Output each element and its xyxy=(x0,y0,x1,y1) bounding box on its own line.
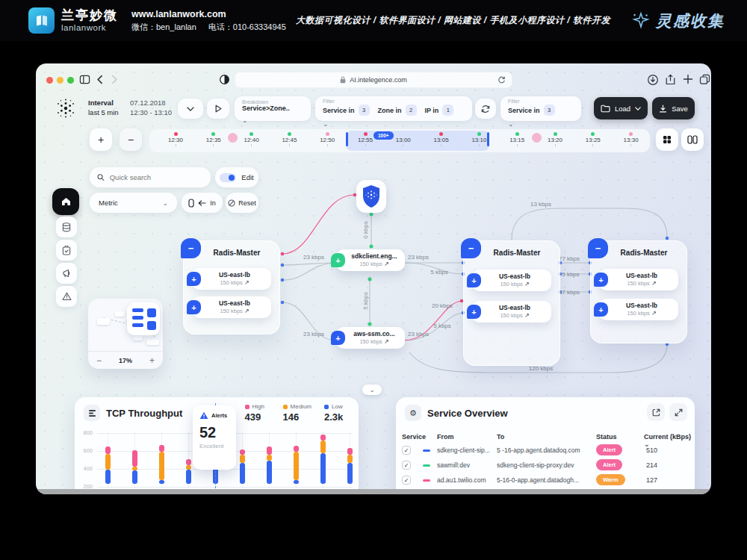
table-row[interactable]: ✓sdkeng-client-sip...5 -16-app.agent.dat… xyxy=(396,444,695,458)
save-button[interactable]: Save xyxy=(652,97,695,119)
reload-icon[interactable] xyxy=(498,75,506,84)
topology-group[interactable]: − Radis-Master +US-east-lb150 kbps ↗+US-… xyxy=(183,240,280,335)
expand-node-badge[interactable]: + xyxy=(467,273,481,287)
bar-segment-high[interactable] xyxy=(132,450,137,467)
bar-segment-low[interactable] xyxy=(186,470,191,485)
topology-group[interactable]: − Radis-Master +US-east-lb150 kbps ↗+US-… xyxy=(463,240,560,366)
collapse-group-badge[interactable]: − xyxy=(181,238,201,258)
bar-segment-high[interactable] xyxy=(240,449,245,455)
refresh-button[interactable] xyxy=(475,99,496,119)
timeline-tick[interactable]: 12:50 xyxy=(314,132,341,146)
breakdown-dropdown[interactable]: Breakdown Service>Zone.. ⌄ xyxy=(235,96,311,121)
bar-segment-medium[interactable] xyxy=(105,454,111,470)
forward-icon[interactable] xyxy=(109,75,119,84)
minimap[interactable]: − 17% + xyxy=(88,299,163,369)
bar-segment-medium[interactable] xyxy=(347,455,353,463)
filter-item[interactable]: Service in3 xyxy=(508,105,555,116)
expand-node-badge[interactable]: + xyxy=(594,302,608,317)
topology-group[interactable]: − Radis-Master +US-east-lb150 kbps ↗+US-… xyxy=(590,240,687,343)
back-icon[interactable] xyxy=(96,75,105,84)
group-node-card[interactable]: +US-east-lb150 kbps ↗ xyxy=(472,270,551,291)
window-minimize-button[interactable] xyxy=(57,77,63,84)
zoom-in-button[interactable]: + xyxy=(90,128,112,151)
collapse-group-badge[interactable]: − xyxy=(461,238,481,258)
service-node[interactable]: + sdkclient.eng... 150 kbps ↗ xyxy=(336,249,405,271)
grid-view-button[interactable] xyxy=(656,128,678,151)
timeline-tick[interactable]: 12:35 xyxy=(200,132,227,146)
sidebar-toggle-icon[interactable] xyxy=(79,74,90,85)
group-node-card[interactable]: +US-east-lb150 kbps ↗ xyxy=(472,301,551,323)
traffic-in-button[interactable]: In xyxy=(182,193,223,213)
table-row[interactable]: ✓sawmill:devsdkeng-client-sip-proxy:devA… xyxy=(396,458,695,473)
new-tab-icon[interactable] xyxy=(683,74,693,84)
row-checkbox[interactable]: ✓ xyxy=(402,461,411,470)
row-checkbox[interactable]: ✓ xyxy=(402,476,411,485)
bar-segment-high[interactable] xyxy=(159,445,164,452)
edit-toggle[interactable]: Edit xyxy=(215,167,258,187)
sidebar-item-announcements[interactable] xyxy=(56,263,77,284)
bar-segment-high[interactable] xyxy=(347,448,353,455)
downloads-icon[interactable] xyxy=(647,74,659,86)
bar-segment-medium[interactable] xyxy=(294,452,299,480)
bar-segment-high[interactable] xyxy=(267,447,272,455)
group-node-card[interactable]: +US-east-lb150 kbps ↗ xyxy=(599,269,678,290)
bar-segment-medium[interactable] xyxy=(240,455,245,463)
bar-segment-high[interactable] xyxy=(294,446,299,452)
quick-search[interactable] xyxy=(90,167,211,187)
bar-segment-medium[interactable] xyxy=(159,452,164,480)
expand-node-badge[interactable]: + xyxy=(594,273,608,287)
window-zoom-button[interactable] xyxy=(67,77,74,84)
bar-segment-low[interactable] xyxy=(240,463,245,484)
bar-segment-high[interactable] xyxy=(320,435,326,441)
minimap-zoom-in[interactable]: + xyxy=(149,355,155,366)
timeline-tick[interactable]: 13:30 xyxy=(618,132,645,146)
expand-node-badge[interactable]: + xyxy=(187,300,201,314)
row-checkbox[interactable]: ✓ xyxy=(402,446,411,455)
timeline-tick[interactable]: 13:15 xyxy=(503,132,530,146)
filter-item[interactable]: Zone in2 xyxy=(378,105,417,116)
expand-node-badge[interactable]: + xyxy=(187,272,201,286)
bar-segment-high[interactable] xyxy=(186,459,191,465)
timeline-tick[interactable]: 13:10 xyxy=(465,132,492,146)
timeline-tick[interactable]: 13:05 xyxy=(428,132,455,146)
bar-segment-medium[interactable] xyxy=(320,441,326,453)
timeline-tick[interactable]: 13:25 xyxy=(580,132,607,146)
expand-node-badge[interactable]: + xyxy=(467,305,481,319)
play-button[interactable] xyxy=(207,99,229,119)
reader-shield-icon[interactable] xyxy=(219,74,230,85)
collapse-panel-chip[interactable]: ⌄ xyxy=(362,385,382,395)
selection-start-handle[interactable] xyxy=(346,132,348,146)
bar-segment-medium[interactable] xyxy=(267,455,272,460)
filter-item[interactable]: Service in3 xyxy=(323,105,370,116)
share-icon[interactable] xyxy=(665,74,676,86)
bar-segment-low[interactable] xyxy=(347,463,353,484)
timeline-tick[interactable]: 12:45 xyxy=(276,132,303,146)
timeline-tick[interactable]: 13:00 xyxy=(390,132,417,146)
bar-segment-low[interactable] xyxy=(105,470,111,484)
sidebar-item-database[interactable] xyxy=(56,217,77,237)
bar-segment-low[interactable] xyxy=(267,461,272,485)
minimap-zoom-out[interactable]: − xyxy=(96,355,102,366)
bar-segment-medium[interactable] xyxy=(132,467,137,470)
timeline-strip[interactable]: 100+ 12:3012:3512:4012:4512:5012:5513:00… xyxy=(149,129,650,152)
metric-dropdown[interactable]: Metric ⌄ xyxy=(90,193,177,213)
expand-node-badge[interactable]: + xyxy=(331,253,345,267)
tabs-overview-icon[interactable] xyxy=(699,74,710,85)
sidebar-item-report[interactable] xyxy=(56,240,77,261)
url-bar[interactable]: AI.intelegence.com xyxy=(235,72,512,88)
table-row[interactable]: ✓ad.au1.twilio.com5-16-0-app.agent.datad… xyxy=(396,473,695,488)
bar-segment-low[interactable] xyxy=(294,480,299,484)
load-button[interactable]: Load xyxy=(594,97,648,119)
bar-segment-high[interactable] xyxy=(105,447,111,454)
expand-node-badge[interactable]: + xyxy=(331,331,345,345)
timeline-tick[interactable]: 12:40 xyxy=(238,132,265,146)
reset-button[interactable]: Reset xyxy=(226,193,258,213)
toggle-on-icon[interactable] xyxy=(220,173,236,182)
timeline-tick[interactable]: 12:30 xyxy=(162,132,189,146)
columns-view-button[interactable] xyxy=(681,128,704,151)
bar-segment-medium[interactable] xyxy=(186,465,191,469)
service-node[interactable]: + aws-ssm.co... 150 kbps ↗ xyxy=(336,327,405,349)
group-node-card[interactable]: +US-east-lb150 kbps ↗ xyxy=(192,268,271,290)
group-node-card[interactable]: +US-east-lb150 kbps ↗ xyxy=(192,296,271,318)
timeline-tick[interactable]: 13:20 xyxy=(542,132,568,146)
